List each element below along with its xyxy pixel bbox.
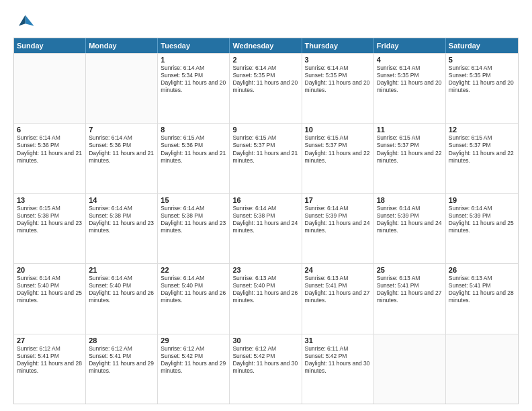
day-info: Sunrise: 6:15 AM Sunset: 5:37 PM Dayligh… xyxy=(232,134,298,164)
day-number: 9 xyxy=(232,126,298,134)
day-number: 8 xyxy=(161,126,226,134)
day-info: Sunrise: 6:14 AM Sunset: 5:35 PM Dayligh… xyxy=(449,64,515,94)
day-cell-16: 16Sunrise: 6:14 AM Sunset: 5:38 PM Dayli… xyxy=(230,194,302,263)
day-number: 21 xyxy=(89,266,154,274)
day-number: 20 xyxy=(17,266,83,274)
day-info: Sunrise: 6:13 AM Sunset: 5:41 PM Dayligh… xyxy=(449,275,515,304)
svg-marker-0 xyxy=(26,15,34,26)
day-cell-9: 9Sunrise: 6:15 AM Sunset: 5:37 PM Daylig… xyxy=(230,124,302,193)
day-cell-24: 24Sunrise: 6:13 AM Sunset: 5:41 PM Dayli… xyxy=(302,264,374,333)
day-cell-7: 7Sunrise: 6:14 AM Sunset: 5:36 PM Daylig… xyxy=(86,124,158,193)
day-number: 7 xyxy=(89,126,154,134)
day-cell-10: 10Sunrise: 6:15 AM Sunset: 5:37 PM Dayli… xyxy=(302,124,374,193)
calendar-row-4: 20Sunrise: 6:14 AM Sunset: 5:40 PM Dayli… xyxy=(14,263,518,333)
day-cell-27: 27Sunrise: 6:12 AM Sunset: 5:41 PM Dayli… xyxy=(14,334,86,404)
day-number: 25 xyxy=(377,266,443,274)
day-cell-15: 15Sunrise: 6:14 AM Sunset: 5:38 PM Dayli… xyxy=(158,194,230,263)
day-cell-8: 8Sunrise: 6:15 AM Sunset: 5:36 PM Daylig… xyxy=(158,124,230,193)
day-number: 17 xyxy=(305,196,371,204)
day-number: 31 xyxy=(305,336,371,345)
day-number: 4 xyxy=(377,56,443,64)
day-cell-19: 19Sunrise: 6:14 AM Sunset: 5:39 PM Dayli… xyxy=(446,194,518,263)
header-day-wednesday: Wednesday xyxy=(230,38,302,53)
day-number: 6 xyxy=(17,126,83,134)
day-number: 22 xyxy=(161,266,226,274)
day-cell-1: 1Sunrise: 6:14 AM Sunset: 5:34 PM Daylig… xyxy=(158,54,230,123)
day-info: Sunrise: 6:14 AM Sunset: 5:35 PM Dayligh… xyxy=(377,64,443,94)
day-info: Sunrise: 6:11 AM Sunset: 5:42 PM Dayligh… xyxy=(305,345,371,375)
day-cell-17: 17Sunrise: 6:14 AM Sunset: 5:39 PM Dayli… xyxy=(302,194,374,263)
header-day-sunday: Sunday xyxy=(14,38,86,53)
day-info: Sunrise: 6:14 AM Sunset: 5:36 PM Dayligh… xyxy=(89,134,154,164)
day-cell-22: 22Sunrise: 6:14 AM Sunset: 5:40 PM Dayli… xyxy=(158,264,230,333)
day-info: Sunrise: 6:13 AM Sunset: 5:41 PM Dayligh… xyxy=(305,275,371,304)
header-day-monday: Monday xyxy=(86,38,158,53)
day-info: Sunrise: 6:12 AM Sunset: 5:42 PM Dayligh… xyxy=(161,345,226,375)
header-day-tuesday: Tuesday xyxy=(158,38,230,53)
day-info: Sunrise: 6:15 AM Sunset: 5:37 PM Dayligh… xyxy=(449,134,515,164)
day-info: Sunrise: 6:12 AM Sunset: 5:42 PM Dayligh… xyxy=(232,345,298,375)
calendar-row-1: 1Sunrise: 6:14 AM Sunset: 5:34 PM Daylig… xyxy=(14,53,518,123)
day-cell-25: 25Sunrise: 6:13 AM Sunset: 5:41 PM Dayli… xyxy=(374,264,446,333)
day-cell-5: 5Sunrise: 6:14 AM Sunset: 5:35 PM Daylig… xyxy=(446,54,518,123)
day-info: Sunrise: 6:12 AM Sunset: 5:41 PM Dayligh… xyxy=(89,345,154,375)
day-number: 26 xyxy=(449,266,515,274)
day-cell-4: 4Sunrise: 6:14 AM Sunset: 5:35 PM Daylig… xyxy=(374,54,446,123)
empty-cell xyxy=(446,334,518,404)
day-cell-3: 3Sunrise: 6:14 AM Sunset: 5:35 PM Daylig… xyxy=(302,54,374,123)
day-cell-18: 18Sunrise: 6:14 AM Sunset: 5:39 PM Dayli… xyxy=(374,194,446,263)
day-number: 10 xyxy=(305,126,371,134)
day-number: 11 xyxy=(377,126,443,134)
header-day-thursday: Thursday xyxy=(302,38,374,53)
day-cell-31: 31Sunrise: 6:11 AM Sunset: 5:42 PM Dayli… xyxy=(302,334,374,404)
empty-cell xyxy=(14,54,86,123)
day-number: 2 xyxy=(232,56,298,64)
day-cell-23: 23Sunrise: 6:13 AM Sunset: 5:40 PM Dayli… xyxy=(230,264,302,333)
day-info: Sunrise: 6:13 AM Sunset: 5:40 PM Dayligh… xyxy=(232,275,298,304)
calendar-row-5: 27Sunrise: 6:12 AM Sunset: 5:41 PM Dayli… xyxy=(14,334,518,404)
day-cell-26: 26Sunrise: 6:13 AM Sunset: 5:41 PM Dayli… xyxy=(446,264,518,333)
day-info: Sunrise: 6:14 AM Sunset: 5:39 PM Dayligh… xyxy=(377,205,443,234)
day-number: 12 xyxy=(449,126,515,134)
day-info: Sunrise: 6:15 AM Sunset: 5:38 PM Dayligh… xyxy=(17,205,83,234)
day-info: Sunrise: 6:12 AM Sunset: 5:41 PM Dayligh… xyxy=(17,345,83,375)
day-info: Sunrise: 6:14 AM Sunset: 5:36 PM Dayligh… xyxy=(17,134,83,164)
day-info: Sunrise: 6:14 AM Sunset: 5:39 PM Dayligh… xyxy=(305,205,371,234)
logo xyxy=(13,11,38,32)
day-info: Sunrise: 6:14 AM Sunset: 5:40 PM Dayligh… xyxy=(89,275,154,304)
calendar-row-3: 13Sunrise: 6:15 AM Sunset: 5:38 PM Dayli… xyxy=(14,193,518,263)
day-info: Sunrise: 6:15 AM Sunset: 5:37 PM Dayligh… xyxy=(305,134,371,164)
calendar-body: 1Sunrise: 6:14 AM Sunset: 5:34 PM Daylig… xyxy=(14,53,518,404)
day-number: 29 xyxy=(161,336,226,345)
day-info: Sunrise: 6:14 AM Sunset: 5:35 PM Dayligh… xyxy=(232,64,298,94)
day-cell-6: 6Sunrise: 6:14 AM Sunset: 5:36 PM Daylig… xyxy=(14,124,86,193)
day-info: Sunrise: 6:14 AM Sunset: 5:38 PM Dayligh… xyxy=(89,205,154,234)
day-cell-11: 11Sunrise: 6:15 AM Sunset: 5:37 PM Dayli… xyxy=(374,124,446,193)
day-number: 3 xyxy=(305,56,371,64)
day-cell-20: 20Sunrise: 6:14 AM Sunset: 5:40 PM Dayli… xyxy=(14,264,86,333)
day-number: 27 xyxy=(17,336,83,345)
header-day-friday: Friday xyxy=(374,38,446,53)
day-cell-28: 28Sunrise: 6:12 AM Sunset: 5:41 PM Dayli… xyxy=(86,334,158,404)
day-info: Sunrise: 6:14 AM Sunset: 5:40 PM Dayligh… xyxy=(17,275,83,304)
day-number: 24 xyxy=(305,266,371,274)
day-info: Sunrise: 6:14 AM Sunset: 5:34 PM Dayligh… xyxy=(161,64,226,94)
day-info: Sunrise: 6:13 AM Sunset: 5:41 PM Dayligh… xyxy=(377,275,443,304)
svg-marker-1 xyxy=(19,15,26,26)
header-day-saturday: Saturday xyxy=(446,38,518,53)
day-cell-13: 13Sunrise: 6:15 AM Sunset: 5:38 PM Dayli… xyxy=(14,194,86,263)
day-number: 14 xyxy=(89,196,154,204)
day-number: 16 xyxy=(232,196,298,204)
day-cell-12: 12Sunrise: 6:15 AM Sunset: 5:37 PM Dayli… xyxy=(446,124,518,193)
day-info: Sunrise: 6:15 AM Sunset: 5:37 PM Dayligh… xyxy=(377,134,443,164)
empty-cell xyxy=(86,54,158,123)
day-number: 19 xyxy=(449,196,515,204)
calendar-header: SundayMondayTuesdayWednesdayThursdayFrid… xyxy=(14,38,518,53)
day-number: 13 xyxy=(17,196,83,204)
day-info: Sunrise: 6:14 AM Sunset: 5:40 PM Dayligh… xyxy=(161,275,226,304)
header xyxy=(13,11,519,32)
empty-cell xyxy=(374,334,446,404)
day-number: 5 xyxy=(449,56,515,64)
day-info: Sunrise: 6:14 AM Sunset: 5:38 PM Dayligh… xyxy=(232,205,298,234)
day-number: 15 xyxy=(161,196,226,204)
